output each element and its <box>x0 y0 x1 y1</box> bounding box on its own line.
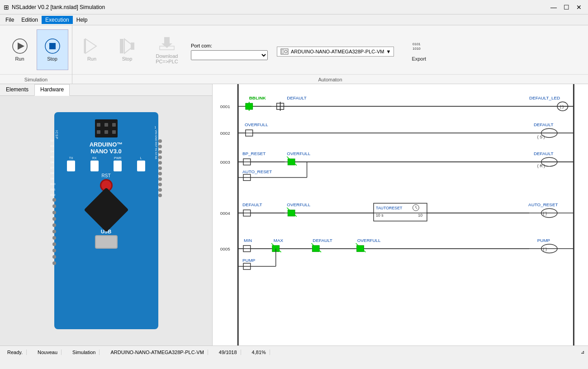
port-select[interactable] <box>191 50 268 60</box>
status-percent: 4,81% <box>248 350 270 355</box>
titlebar-right: — ☐ ✕ <box>548 3 584 12</box>
svg-text:(  ): ( ) <box>543 211 547 216</box>
download-button[interactable]: Download PC=>PLC <box>147 29 187 70</box>
label-overfull-0002: OVERFULL <box>245 122 268 127</box>
simulation-label: Simulation <box>0 74 72 84</box>
label-default-0001: DEFAULT <box>287 95 307 100</box>
automaton-stop-button[interactable]: Stop <box>111 29 143 70</box>
timer-val: 10 <box>418 213 422 218</box>
menubar: File Edition Execution Help <box>0 14 588 25</box>
rung-num-0001: 0001 <box>220 104 230 109</box>
right-pin-labels: 1 VIN GND RST 5V A7 A6 <box>155 126 157 159</box>
automaton-label: Automaton <box>72 74 588 84</box>
toolbar: Run Stop Simulation Run <box>0 25 588 84</box>
timer-label: TAUTORESET <box>376 206 403 210</box>
rung-num-0003: 0003 <box>220 160 230 165</box>
label-overfull-0004: OVERFULL <box>287 202 310 207</box>
resize-handle[interactable]: ⊿ <box>581 350 584 355</box>
label-default-0004: DEFAULT <box>242 202 262 207</box>
svg-marker-4 <box>85 39 96 53</box>
run-auto-icon <box>84 38 100 54</box>
status-plc: ARDUINO-NANO-ATMEGA328P-PLC-VM <box>107 350 208 355</box>
label-default-led: DEFAULT_LED <box>529 95 560 100</box>
simulation-buttons: Run Stop <box>0 25 72 74</box>
label-r: ( R ) <box>537 164 545 168</box>
timer-time: 10 s <box>376 213 384 218</box>
tab-hardware[interactable]: Hardware <box>34 84 70 96</box>
automaton-buttons: Run Stop Download PC=>PLC <box>72 25 588 74</box>
maximize-button[interactable]: ☐ <box>561 3 572 12</box>
svg-marker-1 <box>18 43 24 50</box>
svg-text:(  ): ( ) <box>560 104 564 109</box>
export-button[interactable]: 0101 1010 Export <box>403 29 435 70</box>
icsp-header <box>95 119 118 137</box>
label-overfull-0003: OVERFULL <box>287 151 310 156</box>
statusbar: Ready. Nouveau Simulation ARDUINO-NANO-A… <box>0 345 588 358</box>
port-select-wrapper <box>191 50 268 60</box>
rst-label: RST <box>59 173 154 178</box>
automaton-run-button[interactable]: Run <box>76 29 108 70</box>
rung-num-0002: 0002 <box>220 131 230 136</box>
status-simulation: Simulation <box>69 350 100 355</box>
label-bblink: BBLINK <box>249 95 266 100</box>
menu-help[interactable]: Help <box>73 16 91 24</box>
board-name: ARDUINO™NANO V3.0 <box>58 141 155 155</box>
titlebar: ⊞ NSLadder V0.2 [tank.nslad] Simulation … <box>0 0 588 14</box>
usb-section: USB <box>58 229 155 249</box>
hardware-view: ICSP 1 VIN GND RST 5V A7 A6 A <box>0 96 212 345</box>
automaton-group: Run Stop Download PC=>PLC <box>72 25 588 84</box>
label-pump-coil: PUMP <box>537 238 550 243</box>
status-memory: 49/1018 <box>215 350 241 355</box>
simulation-run-button[interactable]: Run <box>4 29 36 70</box>
label-auto-reset-0003: AUTO_RESET <box>242 169 272 174</box>
left-panel: Elements Hardware ICSP 1 VIN GND RST 5V … <box>0 84 213 345</box>
main-ic-chip <box>84 188 128 232</box>
export-icon: 0101 1010 <box>411 38 427 54</box>
rung-num-0004: 0004 <box>220 211 230 216</box>
menu-edition[interactable]: Edition <box>18 16 42 24</box>
svg-line-57 <box>416 208 417 209</box>
main-content: Elements Hardware ICSP 1 VIN GND RST 5V … <box>0 84 588 345</box>
svg-text:1010: 1010 <box>413 47 421 51</box>
port-section: Port com: <box>191 43 268 60</box>
menu-execution[interactable]: Execution <box>42 16 73 24</box>
connectors: TX RX PWR L <box>60 156 153 171</box>
label-default-r: DEFAULT <box>534 151 554 156</box>
svg-rect-7 <box>120 39 123 53</box>
svg-text:(  ): ( ) <box>543 247 547 251</box>
tab-elements[interactable]: Elements <box>0 84 34 95</box>
tabs-bar: Elements Hardware <box>0 84 212 96</box>
close-button[interactable]: ✕ <box>574 3 584 12</box>
stop-icon <box>44 38 61 54</box>
run-icon <box>12 38 28 54</box>
left-pin-labels: ICSP <box>55 130 58 139</box>
menu-file[interactable]: File <box>2 16 18 24</box>
svg-rect-52 <box>288 210 295 216</box>
port-label: Port com: <box>191 43 268 48</box>
label-s: ( S ) <box>537 135 545 139</box>
titlebar-left: ⊞ NSLadder V0.2 [tank.nslad] Simulation <box>4 4 105 11</box>
rung-num-0005: 0005 <box>220 246 230 251</box>
svg-rect-8 <box>131 43 134 50</box>
plc-icon <box>280 47 289 56</box>
simulation-stop-button[interactable]: Stop <box>37 29 68 70</box>
left-side-pins: D2D3D4D5D6D7D8D9D10D11D12 <box>51 139 56 265</box>
minimize-button[interactable]: — <box>548 3 559 12</box>
app-icon: ⊞ <box>4 4 9 11</box>
plc-dropdown-arrow: ▼ <box>386 49 391 54</box>
svg-rect-68 <box>312 246 319 252</box>
svg-text:0101: 0101 <box>413 42 421 46</box>
label-max: MAX <box>274 238 284 243</box>
ladder-panel[interactable]: BBLINK DEFAULT DEFAULT_LED ( ) 0001 OVE <box>213 84 588 345</box>
download-icon <box>159 35 175 52</box>
svg-rect-40 <box>288 159 295 165</box>
svg-rect-3 <box>49 43 56 49</box>
plc-label: ARDUINO-NANO-ATMEGA328P-PLC-VM <box>291 49 384 54</box>
main-ic <box>58 192 155 228</box>
ladder-diagram: BBLINK DEFAULT DEFAULT_LED ( ) 0001 OVE <box>213 84 588 345</box>
label-auto-reset-coil: AUTO_RESET <box>528 202 558 207</box>
status-nouveau: Nouveau <box>34 350 62 355</box>
label-default-s: DEFAULT <box>534 122 554 127</box>
plc-dropdown[interactable]: ARDUINO-NANO-ATMEGA328P-PLC-VM ▼ <box>277 47 394 57</box>
status-ready: Ready. <box>4 350 27 355</box>
